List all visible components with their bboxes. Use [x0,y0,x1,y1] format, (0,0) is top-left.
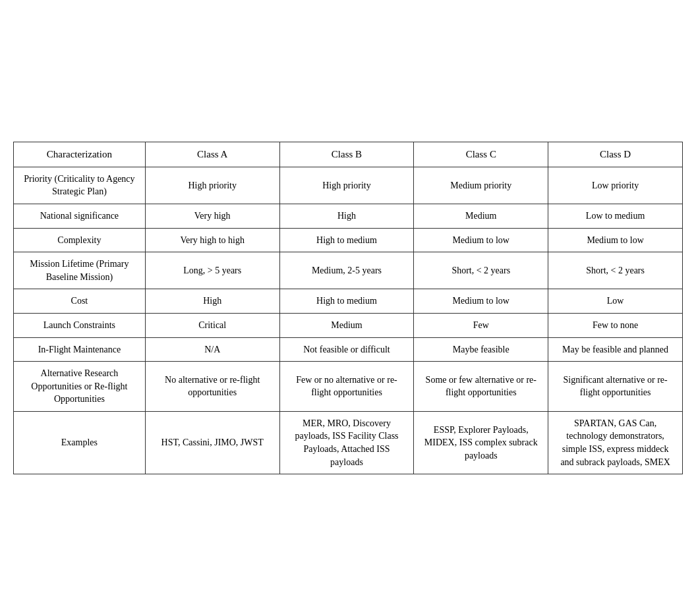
table-row: Priority (Criticality to Agency Strategi… [14,167,683,204]
row-launch-char: Launch Constraints [14,313,146,337]
header-class-d: Class D [548,142,683,167]
row-examples-d: SPARTAN, GAS Can, technology demonstrato… [548,411,683,474]
row-priority-char: Priority (Criticality to Agency Strategi… [14,167,146,204]
row-priority-a: High priority [145,167,279,204]
row-complexity-b: High to medium [279,228,414,252]
table-row: Launch Constraints Critical Medium Few F… [14,313,683,337]
row-national-a: Very high [145,204,279,228]
header-class-c: Class C [414,142,548,167]
row-priority-b: High priority [279,167,414,204]
row-complexity-char: Complexity [14,228,146,252]
row-launch-a: Critical [145,313,279,337]
header-characterization: Characterization [14,142,146,167]
row-launch-d: Few to none [548,313,683,337]
table-row: Examples HST, Cassini, JIMO, JWST MER, M… [14,411,683,474]
row-lifetime-b: Medium, 2-5 years [279,252,414,289]
row-cost-b: High to medium [279,289,414,314]
row-lifetime-a: Long, > 5 years [145,252,279,289]
row-national-b: High [279,204,414,228]
row-inflight-a: N/A [145,337,279,362]
table-row: Mission Lifetime (Primary Baseline Missi… [14,252,683,289]
row-inflight-char: In-Flight Maintenance [14,337,146,362]
header-class-a: Class A [145,142,279,167]
row-examples-b: MER, MRO, Discovery payloads, ISS Facili… [279,411,414,474]
row-launch-b: Medium [279,313,414,337]
row-priority-c: Medium priority [414,167,548,204]
table-row: National significance Very high High Med… [14,204,683,228]
row-national-char: National significance [14,204,146,228]
row-examples-char: Examples [14,411,146,474]
row-lifetime-d: Short, < 2 years [548,252,683,289]
row-examples-c: ESSP, Explorer Payloads, MIDEX, ISS comp… [414,411,548,474]
table-row: In-Flight Maintenance N/A Not feasible o… [14,337,683,362]
row-alternative-char: Alternative Research Opportunities or Re… [14,362,146,412]
table-row: Complexity Very high to high High to med… [14,228,683,252]
row-inflight-d: May be feasible and planned [548,337,683,362]
table-row: Alternative Research Opportunities or Re… [14,362,683,412]
row-examples-a: HST, Cassini, JIMO, JWST [145,411,279,474]
row-lifetime-char: Mission Lifetime (Primary Baseline Missi… [14,252,146,289]
row-alternative-d: Significant alternative or re-flight opp… [548,362,683,412]
row-cost-a: High [145,289,279,314]
row-cost-char: Cost [14,289,146,314]
row-inflight-c: Maybe feasible [414,337,548,362]
row-launch-c: Few [414,313,548,337]
header-class-b: Class B [279,142,414,167]
classification-table-wrapper: Characterization Class A Class B Class C… [13,142,683,475]
row-alternative-b: Few or no alternative or re-flight oppor… [279,362,414,412]
row-inflight-b: Not feasible or difficult [279,337,414,362]
row-cost-c: Medium to low [414,289,548,314]
row-national-d: Low to medium [548,204,683,228]
row-alternative-a: No alternative or re-flight opportunitie… [145,362,279,412]
classification-table: Characterization Class A Class B Class C… [13,142,683,475]
row-priority-d: Low priority [548,167,683,204]
row-national-c: Medium [414,204,548,228]
row-cost-d: Low [548,289,683,314]
row-complexity-d: Medium to low [548,228,683,252]
table-row: Cost High High to medium Medium to low L… [14,289,683,314]
row-lifetime-c: Short, < 2 years [414,252,548,289]
row-alternative-c: Some or few alternative or re-flight opp… [414,362,548,412]
row-complexity-a: Very high to high [145,228,279,252]
row-complexity-c: Medium to low [414,228,548,252]
